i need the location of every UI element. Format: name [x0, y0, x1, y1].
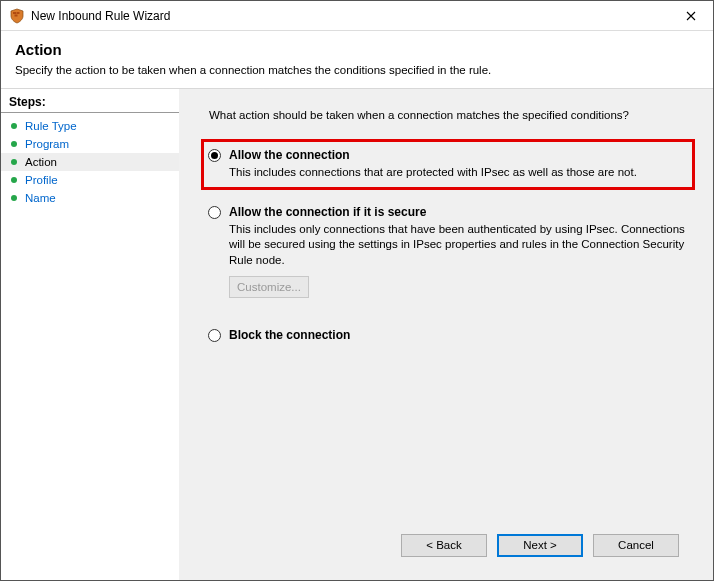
- step-label: Profile: [25, 174, 58, 186]
- step-name[interactable]: Name: [1, 189, 179, 207]
- svg-rect-1: [17, 12, 20, 14]
- step-label: Rule Type: [25, 120, 77, 132]
- close-button[interactable]: [668, 1, 713, 30]
- back-button[interactable]: < Back: [401, 534, 487, 557]
- prompt-text: What action should be taken when a conne…: [209, 109, 695, 121]
- step-rule-type[interactable]: Rule Type: [1, 117, 179, 135]
- radio-block[interactable]: [208, 329, 221, 342]
- option-block[interactable]: Block the connection: [201, 319, 695, 351]
- bullet-icon: [11, 123, 17, 129]
- footer: < Back Next > Cancel: [201, 520, 695, 570]
- page-subtitle: Specify the action to be taken when a co…: [15, 64, 699, 76]
- main-panel: What action should be taken when a conne…: [179, 89, 713, 580]
- radio-allow-secure[interactable]: [208, 206, 221, 219]
- option-desc: This includes only connections that have…: [229, 222, 686, 269]
- step-profile[interactable]: Profile: [1, 171, 179, 189]
- option-allow[interactable]: Allow the connection This includes conne…: [201, 139, 695, 190]
- bullet-icon: [11, 195, 17, 201]
- radio-allow[interactable]: [208, 149, 221, 162]
- step-label: Name: [25, 192, 56, 204]
- option-allow-secure[interactable]: Allow the connection if it is secure Thi…: [201, 196, 695, 308]
- body: Steps: Rule Type Program Action Profile …: [1, 89, 713, 580]
- svg-rect-2: [15, 14, 18, 16]
- bullet-icon: [11, 177, 17, 183]
- firewall-icon: [9, 8, 25, 24]
- next-button[interactable]: Next >: [497, 534, 583, 557]
- page-title: Action: [15, 41, 699, 58]
- window-title: New Inbound Rule Wizard: [31, 9, 668, 23]
- bullet-icon: [11, 159, 17, 165]
- titlebar: New Inbound Rule Wizard: [1, 1, 713, 31]
- bullet-icon: [11, 141, 17, 147]
- step-label: Program: [25, 138, 69, 150]
- sidebar: Steps: Rule Type Program Action Profile …: [1, 89, 179, 580]
- options-group: Allow the connection This includes conne…: [201, 139, 695, 357]
- option-desc: This includes connections that are prote…: [229, 165, 686, 181]
- option-title: Block the connection: [229, 328, 350, 342]
- customize-button: Customize...: [229, 276, 309, 298]
- option-title: Allow the connection if it is secure: [229, 205, 426, 219]
- step-program[interactable]: Program: [1, 135, 179, 153]
- step-action[interactable]: Action: [1, 153, 179, 171]
- step-label: Action: [25, 156, 57, 168]
- header: Action Specify the action to be taken wh…: [1, 31, 713, 88]
- wizard-window: New Inbound Rule Wizard Action Specify t…: [0, 0, 714, 581]
- svg-rect-0: [13, 12, 16, 14]
- steps-heading: Steps:: [1, 95, 179, 113]
- cancel-button[interactable]: Cancel: [593, 534, 679, 557]
- option-title: Allow the connection: [229, 148, 350, 162]
